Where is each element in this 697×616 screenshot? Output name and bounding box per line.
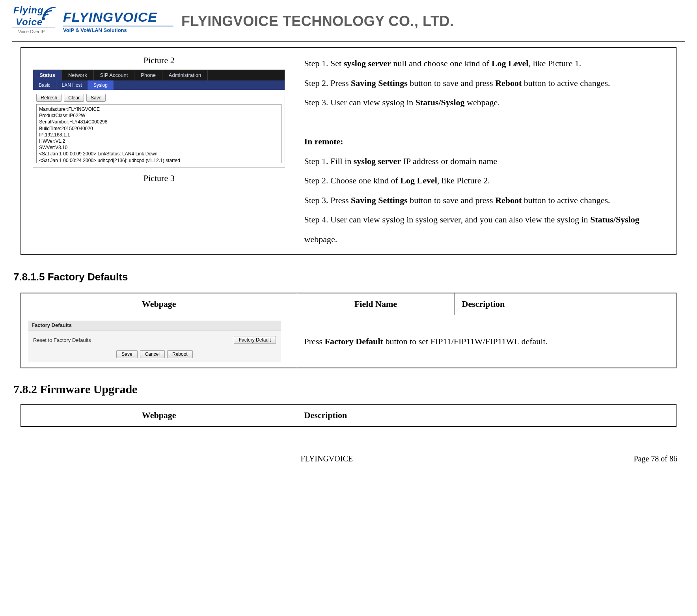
logo-square-rule [12, 28, 55, 28]
firmware-header-webpage: Webpage [21, 404, 297, 426]
logo-square-line2: Voice [16, 17, 43, 28]
syslog-description-cell: Step 1. Set syslog server null and choos… [297, 48, 676, 255]
factory-reset-row: Reset to Factory Defaults Factory Defaul… [33, 334, 276, 348]
page-header: Flying Voice Voice Over IP FLYINGVOICE V… [12, 0, 685, 42]
screenshot-log-line: SerialNumber:FLY4814C000298 [39, 119, 279, 125]
factory-defaults-table: Webpage Field Name Description Factory D… [20, 293, 676, 368]
logo-square: Flying Voice Voice Over IP [12, 4, 55, 39]
screenshot-main-tab[interactable]: Phone [134, 70, 162, 80]
screenshot-button-row: RefreshClearSave [33, 90, 285, 104]
screenshot-main-tab[interactable]: Network [62, 70, 94, 80]
page-footer: FLYINGVOICE Page 78 of 86 [20, 454, 677, 463]
footer-page-number: Page 78 of 86 [634, 454, 677, 463]
logo-square-tag: Voice Over IP [18, 29, 45, 34]
screenshot-log-line: HWVer:V1.2 [39, 138, 279, 144]
screenshot-clear-button[interactable]: Clear [64, 94, 84, 102]
factory-description-cell: Press Factory Default button to set FIP1… [297, 315, 676, 368]
logo-square-line1: Flying [13, 5, 44, 16]
factory-reset-label: Reset to Factory Defaults [33, 337, 91, 343]
screenshot-sub-tab[interactable]: LAN Host [56, 80, 88, 90]
factory-header-field: Field Name [297, 293, 455, 315]
footer-center: FLYINGVOICE [20, 454, 634, 463]
screenshot-main-tab[interactable]: Administration [162, 70, 208, 80]
screenshot-log-line: <Sat Jan 1 00:00:24 2000> udhcpd[2136]: … [39, 157, 279, 164]
factory-shot-title: Factory Defaults [28, 321, 281, 330]
factory-body-row: Factory Defaults Reset to Factory Defaul… [21, 315, 676, 368]
logo-wide-brand: FLYINGVOICE [63, 9, 173, 25]
factory-webpage-cell: Factory Defaults Reset to Factory Defaul… [21, 315, 297, 368]
factory-header-webpage: Webpage [21, 293, 297, 315]
factory-button-row: SaveCancelReboot [33, 348, 276, 358]
factory-screenshot: Factory Defaults Reset to Factory Defaul… [28, 321, 281, 362]
syslog-table: Picture 2 StatusNetworkSIP AccountPhoneA… [20, 47, 676, 255]
svg-point-0 [43, 17, 45, 20]
header-company-title: FLYINGVOICE TECHNOLOGY CO., LTD. [181, 13, 454, 30]
screenshot-main-tabs: StatusNetworkSIP AccountPhoneAdministrat… [33, 70, 285, 80]
factory-header-desc: Description [455, 293, 676, 315]
screenshot-log-line: <Sat Jan 1 00:00:09 2000> LinkStatus: LA… [39, 151, 279, 157]
factory-header-row: Webpage Field Name Description [21, 293, 676, 315]
screenshot-log-line: SWVer:V3.10 [39, 144, 279, 151]
screenshot-log-line: ProductClass:IP622W [39, 112, 279, 119]
factory-reboot-button[interactable]: Reboot [167, 350, 193, 358]
screenshot-log-area: Manufacturer:FLYINGVOICEProductClass:IP6… [36, 104, 281, 163]
factory-defaults-heading: 7.8.1.5 Factory Defaults [13, 271, 685, 283]
screenshot-log-line: Manufacturer:FLYINGVOICE [39, 106, 279, 112]
picture2-caption: Picture 2 [28, 55, 291, 65]
factory-save-button[interactable]: Save [116, 350, 137, 358]
syslog-left-cell: Picture 2 StatusNetworkSIP AccountPhoneA… [21, 48, 297, 255]
picture3-caption: Picture 3 [28, 173, 291, 183]
factory-cancel-button[interactable]: Cancel [140, 350, 165, 358]
screenshot-log-line: IP:192.168.1.1 [39, 132, 279, 138]
firmware-header-desc: Description [297, 404, 676, 426]
screenshot-save-button[interactable]: Save [86, 94, 106, 102]
screenshot-refresh-button[interactable]: Refresh [36, 94, 62, 102]
firmware-upgrade-table: Webpage Description [20, 404, 676, 427]
syslog-screenshot: StatusNetworkSIP AccountPhoneAdministrat… [33, 69, 285, 168]
screenshot-main-tab[interactable]: SIP Account [94, 70, 135, 80]
screenshot-sub-tab[interactable]: Syslog [88, 80, 114, 90]
logo-wide-rule [63, 26, 173, 26]
logo-wide-sub: VoIP & VoWLAN Solutions [63, 27, 173, 33]
screenshot-sub-tabs: BasicLAN HostSyslog [33, 80, 285, 90]
wifi-arc-icon [40, 5, 58, 24]
screenshot-log-line: BuildTime:201502040020 [39, 125, 279, 132]
firmware-header-row: Webpage Description [21, 404, 676, 426]
factory-shot-panel: Reset to Factory Defaults Factory Defaul… [28, 330, 281, 362]
screenshot-main-tab[interactable]: Status [33, 70, 62, 80]
screenshot-sub-tab[interactable]: Basic [33, 80, 56, 90]
firmware-upgrade-heading: 7.8.2 Firmware Upgrade [13, 383, 685, 396]
logo-wide: FLYINGVOICE VoIP & VoWLAN Solutions [63, 9, 173, 33]
factory-default-button[interactable]: Factory Default [234, 336, 276, 344]
